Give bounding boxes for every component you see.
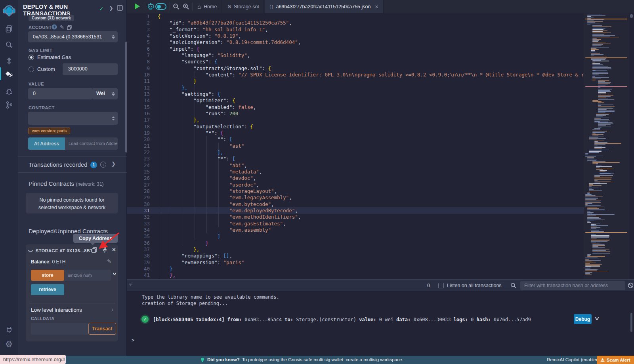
contract-select[interactable]	[28, 112, 118, 125]
transactions-expand-icon[interactable]: ❯	[111, 161, 116, 167]
code-line[interactable]: 16 "runs": 200	[127, 110, 634, 117]
listen-checkbox[interactable]	[438, 283, 444, 288]
value-unit-select[interactable]: Wei	[92, 88, 118, 99]
plugin-connector-icon[interactable]	[0, 323, 18, 336]
code-line[interactable]: 29 "evm.legacyAssembly",	[127, 194, 634, 201]
sign-message-icon[interactable]: ✎	[60, 24, 64, 30]
debug-button[interactable]: Debug	[574, 314, 592, 324]
terminal-prompt[interactable]: >	[132, 337, 134, 343]
code-line[interactable]: 26 "devdoc",	[127, 175, 634, 181]
code-line[interactable]: 39 "evmVersion": "paris"	[127, 259, 634, 266]
collapse-terminal-icon[interactable]: »	[128, 283, 133, 285]
code-editor[interactable]: 1{2 "id": "a69b43f277ba20fcac141151250ca…	[127, 13, 634, 279]
code-line[interactable]: 12 },	[127, 84, 634, 91]
editor-scrollbar[interactable]	[630, 14, 633, 18]
store-button[interactable]: store	[31, 270, 64, 281]
tab-build-info-json[interactable]: { } a69b43f277ba20fcac141151250ca755.jso…	[265, 0, 384, 13]
low-level-info-icon[interactable]: i	[112, 307, 113, 313]
scam-alert-button[interactable]: ⚠ Scam Alert	[597, 356, 634, 364]
code-line[interactable]: 21 "ast"	[127, 143, 634, 149]
transact-button[interactable]: Transact	[88, 323, 116, 335]
code-line[interactable]: 1{	[127, 13, 634, 20]
split-view-icon[interactable]	[117, 5, 123, 12]
copilot-toggle[interactable]	[155, 3, 166, 10]
code-line[interactable]: 2 "id": "a69b43f277ba20fcac141151250ca75…	[127, 19, 634, 26]
code-line[interactable]: 31 "evm.deployedBytecode",	[127, 207, 634, 214]
code-line[interactable]: 24 "abi",	[127, 162, 634, 169]
code-line[interactable]: 22 ],	[127, 149, 634, 156]
code-line[interactable]: 13 "settings": {	[127, 91, 634, 97]
custom-gas-radio[interactable]	[29, 67, 34, 72]
code-line[interactable]: 3 "_format": "hh-sol-build-info-1",	[127, 26, 634, 33]
terminal-scrollbar[interactable]	[630, 313, 632, 332]
run-script-icon[interactable]	[135, 3, 140, 10]
solidity-compiler-icon[interactable]	[0, 54, 18, 68]
copilot-status[interactable]: RemixAI Copilot (enabled)	[547, 357, 600, 362]
filter-transactions-input[interactable]: Filter with transaction hash or address	[520, 281, 625, 290]
panel-scrollbar[interactable]	[125, 42, 127, 152]
code-line[interactable]: 23 "*": [	[127, 155, 634, 162]
remix-logo-icon[interactable]	[0, 3, 18, 18]
deploy-and-run-icon[interactable]	[0, 68, 18, 82]
value-input[interactable]: 0	[28, 88, 92, 99]
edit-balance-icon[interactable]: ✎	[107, 258, 111, 264]
debugger-icon[interactable]	[0, 84, 18, 98]
code-line[interactable]: 19 "*": {	[127, 130, 634, 136]
code-line[interactable]: 10 "content": "// SPDX-License-Identifie…	[127, 71, 634, 78]
code-line[interactable]: 15 "enabled": false,	[127, 104, 634, 111]
at-address-input[interactable]: Load contract from Addre	[65, 137, 118, 150]
code-line[interactable]: 11 }	[127, 78, 634, 84]
code-line[interactable]: 14 "optimizer": {	[127, 97, 634, 104]
code-line[interactable]: 17 },	[127, 116, 634, 123]
editor-minimap[interactable]	[584, 13, 629, 279]
close-tab-icon[interactable]: ×	[375, 4, 378, 10]
zoom-out-icon[interactable]	[173, 3, 180, 11]
copy-account-icon[interactable]	[67, 25, 72, 32]
panel-expand-icon[interactable]: ❯	[109, 5, 113, 11]
at-address-button[interactable]: At Address	[28, 137, 65, 150]
clear-console-icon[interactable]	[628, 282, 634, 290]
code-line[interactable]: 40 }	[127, 265, 634, 272]
tab-home[interactable]: ⌂ Home	[193, 0, 222, 13]
code-line[interactable]: 7 "language": "Solidity",	[127, 52, 634, 59]
code-line[interactable]: 30 "evm.bytecode",	[127, 201, 634, 208]
add-account-icon[interactable]	[52, 24, 57, 31]
expand-args-icon[interactable]: ∨	[112, 271, 117, 276]
tab-storage-sol[interactable]: S Storage.sol	[223, 0, 264, 13]
store-arg-input[interactable]: uint256 num	[64, 270, 111, 281]
git-icon[interactable]	[0, 98, 18, 112]
calldata-input[interactable]	[31, 323, 88, 335]
code-line[interactable]: 8 "sources": {	[127, 58, 634, 65]
code-line[interactable]: 20 "": [	[127, 136, 634, 143]
code-line[interactable]: 18 "outputSelection": {	[127, 123, 634, 130]
code-line[interactable]: 37 },	[127, 246, 634, 253]
remixai-robot-icon[interactable]	[147, 3, 155, 12]
search-icon[interactable]	[0, 38, 18, 51]
zoom-in-icon[interactable]	[183, 3, 189, 11]
retrieve-button[interactable]: retrieve	[31, 284, 64, 295]
transactions-info-icon[interactable]: i	[100, 162, 106, 168]
code-line[interactable]: 33 "evm.gasEstimates",	[127, 220, 634, 227]
code-line[interactable]: 35 ]	[127, 233, 634, 240]
file-explorer-icon[interactable]	[0, 22, 18, 36]
code-line[interactable]: 4 "solcVersion": "0.8.19",	[127, 32, 634, 39]
custom-gas-input[interactable]: 3000000	[63, 63, 118, 75]
estimated-gas-option[interactable]: Estimated Gas	[37, 54, 71, 60]
code-line[interactable]: 9 "contracts/Storage.sol": {	[127, 65, 634, 72]
code-line[interactable]: 25 "metadata",	[127, 168, 634, 175]
code-line[interactable]: 27 "userdoc",	[127, 181, 634, 188]
code-line[interactable]: 6 "input": {	[127, 46, 634, 52]
estimated-gas-radio[interactable]	[29, 55, 34, 60]
custom-gas-option[interactable]: Custom	[37, 66, 55, 72]
code-line[interactable]: 38 "remappings": [],	[127, 252, 634, 259]
code-line[interactable]: 36 }	[127, 240, 634, 246]
expand-tx-icon[interactable]: ∨	[594, 316, 600, 321]
code-line[interactable]: 28 "storageLayout",	[127, 188, 634, 194]
code-line[interactable]: 34 "evm.assembly"	[127, 227, 634, 233]
code-line[interactable]: 5 "solcLongVersion": "0.8.19+commit.7dd6…	[127, 39, 634, 46]
collapse-contract-icon[interactable]: ❯	[28, 249, 34, 253]
code-line[interactable]: 41 },	[127, 272, 634, 278]
account-select[interactable]: 0xA03...85ac4 (0.39866531531	[28, 31, 118, 42]
code-line[interactable]: 32 "evm.methodIdentifiers",	[127, 213, 634, 220]
settings-gear-icon[interactable]: ⚙	[0, 337, 18, 351]
